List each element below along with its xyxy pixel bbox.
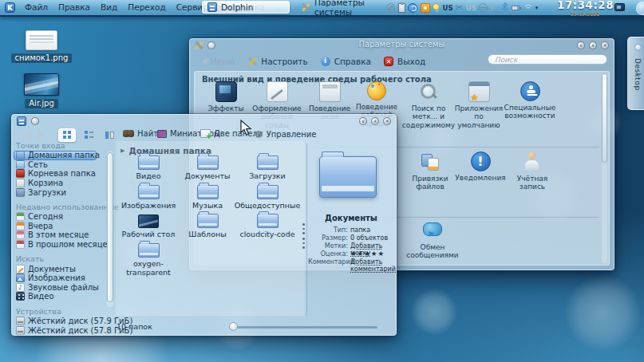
- sync-icon[interactable]: [408, 3, 417, 13]
- search-images[interactable]: Изображения: [16, 273, 105, 283]
- keyboard-layout-indicator-2[interactable]: US: [466, 4, 476, 12]
- folder-video[interactable]: Видео: [118, 152, 179, 181]
- calendar-icon: [16, 230, 25, 239]
- category-default-applications[interactable]: Приложения по умолчанию: [453, 81, 504, 129]
- icons-view-button[interactable]: [58, 128, 76, 142]
- taskbar-system-settings[interactable]: Параметры системы: [296, 1, 390, 14]
- maximize-button[interactable]: ∧: [371, 117, 379, 125]
- folder-view[interactable]: Видео Документы Загрузки Изображения Муз…: [116, 141, 305, 316]
- bluetooth-icon[interactable]: [501, 0, 508, 15]
- maximize-button[interactable]: ∧: [589, 41, 597, 49]
- details-view-button[interactable]: [80, 128, 97, 142]
- folder-templates[interactable]: Шаблоны: [177, 211, 238, 239]
- icons-view-icon: [63, 131, 72, 140]
- zoom-slider-track[interactable]: [232, 326, 377, 329]
- info-value: папка: [350, 226, 370, 234]
- category-notifications[interactable]: ! Уведомления: [455, 151, 506, 182]
- taskbar-dolphin[interactable]: Dolphin: [202, 1, 290, 14]
- recent-last-month[interactable]: В прошлом месяце: [16, 240, 105, 250]
- place-trash[interactable]: Корзина: [16, 179, 105, 188]
- folder-images[interactable]: Изображения: [118, 182, 179, 211]
- folder-oxygen-transparent[interactable]: oxygen-transparent: [118, 240, 179, 277]
- category-file-associations[interactable]: Привязки файлов: [405, 151, 456, 191]
- configure-button[interactable]: Настроить: [247, 57, 307, 66]
- digital-clock[interactable]: 17:34:28 15.12.2022: [557, 0, 613, 17]
- place-network[interactable]: Сеть: [16, 160, 105, 170]
- category-label: Специальные возможности: [504, 104, 556, 120]
- bulb-icon[interactable]: [433, 3, 440, 10]
- scrollbar-thumb[interactable]: [602, 73, 607, 163]
- place-root[interactable]: Корневая папка: [16, 169, 105, 179]
- volume-icon[interactable]: [491, 5, 499, 11]
- quit-button[interactable]: ✕ Выход: [384, 57, 425, 66]
- places-scrollbar[interactable]: [107, 151, 113, 307]
- show-desktop-button[interactable]: [614, 3, 625, 11]
- settings-search-input[interactable]: [488, 54, 607, 65]
- recent-this-month[interactable]: В этом месяце: [16, 230, 105, 240]
- desktop-icon-air[interactable]: Air.jpg: [6, 73, 77, 108]
- splitter-grip[interactable]: [302, 238, 305, 249]
- bokeh-circle: [411, 289, 457, 335]
- info-label: Комментарий:: [308, 258, 348, 273]
- wifi-icon[interactable]: [523, 5, 532, 11]
- minimize-button[interactable]: ∨: [577, 41, 585, 49]
- klipper-scissors-icon[interactable]: ✂: [456, 3, 463, 12]
- menu-back-button[interactable]: Меню: [198, 57, 235, 66]
- tray-expander-icon[interactable]: ▾: [535, 5, 539, 11]
- app-tray-icon[interactable]: [421, 3, 430, 13]
- search-audio[interactable]: ♪Звуковые файлы: [16, 283, 105, 293]
- rating-stars[interactable]: ★★★★★: [350, 250, 385, 258]
- splitter-grip[interactable]: [302, 223, 305, 234]
- window-menu-button[interactable]: [31, 117, 39, 125]
- category-effects[interactable]: Эффекты: [200, 81, 251, 112]
- add-comment-link[interactable]: Добавить комментарий: [350, 258, 392, 273]
- close-button[interactable]: ✕: [601, 41, 609, 49]
- updates-disabled-icon[interactable]: [386, 3, 395, 12]
- folder-label: Общедоступные: [235, 202, 301, 211]
- search-documents[interactable]: Документы: [16, 264, 105, 273]
- battery-icon[interactable]: [512, 6, 520, 10]
- menu-file[interactable]: Файл: [25, 2, 48, 12]
- back-button[interactable]: [20, 130, 31, 140]
- folder-music[interactable]: Музыка: [177, 182, 238, 211]
- folder-cloudcity-code[interactable]: cloudcity-code: [237, 211, 298, 239]
- desktop-activity-tab[interactable]: Desktop: [627, 37, 644, 110]
- settings-titlebar[interactable]: Параметры системы ∨ ∧ ✕: [190, 39, 614, 51]
- kde-menu-button[interactable]: K: [5, 2, 15, 13]
- folder-downloads[interactable]: Загрузки: [237, 152, 298, 181]
- columns-view-button[interactable]: [101, 128, 118, 142]
- search-video[interactable]: Видео: [16, 292, 105, 301]
- system-tray: US ✂ US ▾: [386, 2, 538, 14]
- screenshot-thumbnail: [26, 30, 57, 50]
- menu-edit[interactable]: Правка: [58, 2, 90, 12]
- scrollbar-thumb[interactable]: [107, 152, 113, 302]
- forward-button[interactable]: [38, 130, 49, 140]
- place-home[interactable]: Домашняя папка: [14, 151, 97, 160]
- menu-go[interactable]: Переход: [128, 2, 165, 12]
- close-button[interactable]: ✕: [383, 117, 391, 125]
- help-button[interactable]: i Справка: [321, 57, 371, 66]
- panel-toolbox-cashew[interactable]: [636, 2, 644, 15]
- folder-desktop[interactable]: Рабочий стол: [118, 211, 179, 239]
- recent-yesterday[interactable]: Вчера: [16, 222, 105, 231]
- zoom-slider-handle[interactable]: [229, 322, 238, 331]
- desktop-icon-snimok[interactable]: снимок1.png: [6, 30, 77, 63]
- category-account[interactable]: Учётная запись: [507, 151, 558, 191]
- category-instant-messaging[interactable]: Обмен сообщениями: [407, 220, 458, 260]
- dolphin-titlebar[interactable]: ∨ ∧ ✕: [12, 115, 396, 127]
- network-tray-icon[interactable]: [479, 3, 488, 12]
- clipboard-icon[interactable]: [398, 3, 405, 13]
- category-search[interactable]: Поиск по метк... и содержимому: [403, 81, 454, 129]
- keyboard-layout-indicator[interactable]: US: [443, 4, 453, 12]
- network-icon: [16, 160, 25, 169]
- minimize-button[interactable]: ∨: [359, 117, 367, 125]
- category-accessibility[interactable]: Специальные возможности: [504, 81, 555, 120]
- settings-scrollbar[interactable]: [602, 73, 607, 263]
- recent-today[interactable]: Сегодня: [16, 212, 105, 222]
- folder-public[interactable]: Общедоступные: [237, 182, 298, 211]
- place-downloads[interactable]: Загрузки: [16, 187, 105, 197]
- control-button[interactable]: ⚙ Управление: [254, 129, 316, 140]
- menu-view[interactable]: Вид: [101, 2, 117, 12]
- folder-documents[interactable]: Документы: [177, 152, 238, 181]
- details-view-icon: [85, 131, 93, 140]
